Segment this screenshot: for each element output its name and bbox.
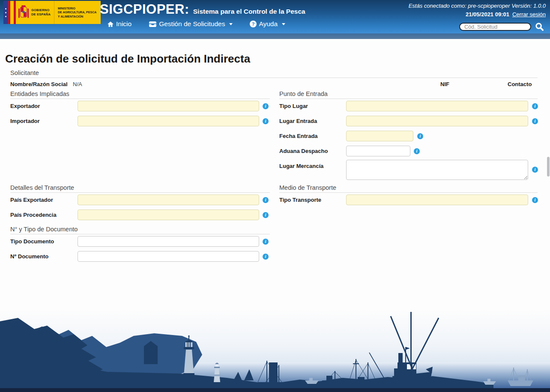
footer-illustration (0, 308, 550, 392)
lugar-entrada-label: Lugar Entrada (279, 118, 317, 124)
contacto-label: Contacto (508, 81, 532, 87)
info-icon[interactable]: i (532, 167, 538, 173)
svg-text:?: ? (252, 21, 255, 27)
main-nav: Inicio Gestión de Solicitudes ? (107, 20, 285, 28)
aduana-despacho-label: Aduana Despacho (279, 148, 328, 154)
gobierno-block: GOBIERNO DE ESPAÑA (16, 1, 54, 24)
info-icon[interactable]: i (263, 212, 269, 218)
tipo-documento-input[interactable] (78, 236, 259, 247)
page-title: Creación de solicitud de Importación Ind… (5, 52, 250, 66)
section-medio-transporte: Medio de Transporte (279, 184, 538, 193)
info-icon[interactable]: i (263, 103, 269, 109)
info-icon[interactable]: i (263, 118, 269, 124)
section-num-tipo-documento: N° y Tipo de Documento (10, 226, 270, 234)
exportador-input[interactable] (78, 101, 259, 111)
pais-exportador-input[interactable] (78, 195, 259, 205)
nif-label: NIF (440, 81, 449, 87)
app-name: SIGCPIOPER: (100, 2, 189, 17)
scrollbar-thumb[interactable] (547, 157, 550, 177)
fecha-entrada-input[interactable] (346, 131, 413, 141)
tipo-documento-label: Tipo Documento (10, 238, 54, 245)
section-entidades-implicadas: Entidades Implicadas (10, 90, 270, 99)
info-icon[interactable]: i (414, 148, 420, 154)
fecha-entrada-label: Fecha Entrada (279, 133, 318, 139)
connected-as-text: Estás conectado como: pre-scpioperoper V… (409, 2, 546, 10)
aduana-despacho-input[interactable] (346, 146, 410, 156)
info-icon[interactable]: i (532, 118, 538, 124)
inbox-icon (149, 21, 157, 27)
spain-flag-icon (3, 1, 16, 24)
info-icon[interactable]: i (263, 254, 269, 260)
tipo-transporte-label: Tipo Transporte (279, 197, 321, 203)
nav-item-ayuda[interactable]: ? Ayuda (250, 20, 285, 28)
pais-procedencia-input[interactable] (78, 209, 259, 220)
section-punto-de-entrada: Punto de Entrada (279, 90, 538, 99)
tipo-lugar-input[interactable] (346, 101, 528, 111)
gobierno-text: GOBIERNO DE ESPAÑA (31, 8, 51, 17)
session-datetime: 21/05/2021 09:01 (466, 11, 509, 18)
search-input[interactable] (459, 23, 531, 31)
gobierno-espana-logo[interactable]: GOBIERNO DE ESPAÑA MINISTERIO DE AGRICUL… (3, 1, 101, 24)
tipo-lugar-label: Tipo Lugar (279, 103, 308, 109)
info-icon[interactable]: i (263, 197, 269, 203)
coastal-silhouette-illustration (0, 308, 550, 392)
info-icon[interactable]: i (417, 133, 423, 139)
nombre-razon-social-label: Nombre/Razón Social (10, 81, 68, 87)
sigcpioper-app: GOBIERNO DE ESPAÑA MINISTERIO DE AGRICUL… (0, 0, 550, 392)
nav-item-gestion-solicitudes[interactable]: Gestión de Solicitudes (149, 20, 233, 28)
info-icon[interactable]: i (263, 239, 269, 245)
lugar-mercancia-label: Lugar Mercancía (279, 163, 323, 169)
section-solicitante: Solicitante (10, 69, 538, 78)
sea-floor-bar (0, 388, 550, 392)
app-tagline: Sistema para el Control de la Pesca (193, 8, 305, 15)
info-icon[interactable]: i (532, 197, 538, 203)
search-icon[interactable] (535, 22, 544, 31)
nombre-razon-social-value: N/A (73, 81, 82, 87)
nav-item-inicio[interactable]: Inicio (107, 20, 132, 28)
num-documento-input[interactable] (78, 251, 259, 262)
lugar-entrada-input[interactable] (346, 116, 528, 126)
header-bottom-strip (0, 33, 550, 39)
tipo-transporte-input[interactable] (346, 195, 528, 205)
chevron-down-icon (229, 23, 233, 25)
session-info: Estás conectado como: pre-scpioperoper V… (409, 2, 546, 19)
chevron-down-icon (282, 23, 285, 25)
help-icon: ? (250, 21, 257, 27)
ministerio-text: MINISTERIO DE AGRICULTURA, PESCA Y ALIME… (54, 1, 101, 24)
logout-link[interactable]: Cerrar sesión (512, 11, 546, 18)
home-icon (107, 21, 114, 27)
lugar-mercancia-textarea[interactable] (346, 160, 528, 180)
app-header: GOBIERNO DE ESPAÑA MINISTERIO DE AGRICUL… (0, 0, 550, 33)
pais-procedencia-label: País Procedencia (10, 212, 57, 218)
importador-input[interactable] (78, 116, 259, 126)
exportador-label: Exportador (10, 103, 40, 109)
importador-label: Importador (10, 118, 40, 124)
app-title: SIGCPIOPER: Sistema para el Control de l… (100, 2, 305, 17)
solicitud-search (459, 22, 544, 31)
num-documento-label: Nº Documento (10, 253, 48, 260)
pais-exportador-label: País Exportador (10, 197, 53, 203)
info-icon[interactable]: i (532, 103, 538, 109)
escudo-espana-icon (18, 5, 29, 20)
section-detalles-transporte: Detalles del Transporte (10, 184, 270, 193)
